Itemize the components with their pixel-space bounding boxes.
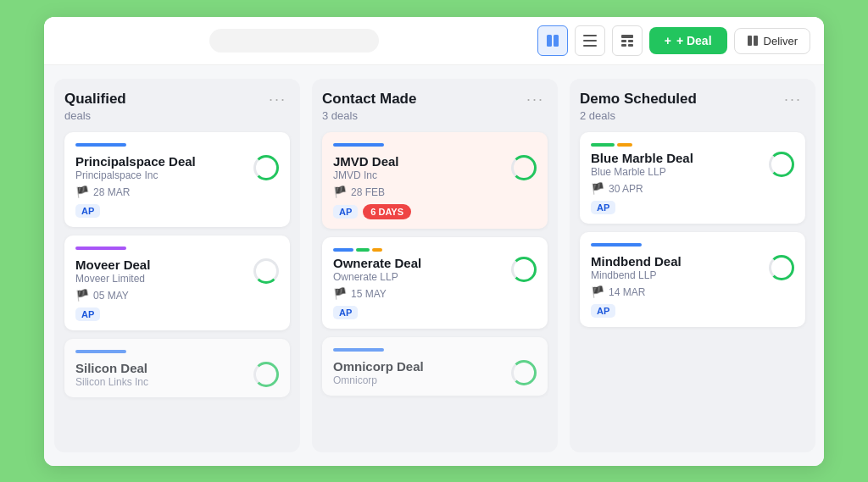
col-subtitle-contact_made: 3 deals [322,109,416,122]
tags-row-ownerate: AP [333,306,537,319]
search-bar-area [58,29,531,53]
col-title-contact_made: Contact Made [322,91,416,108]
deal-name-silicon: Silicon Deal [75,361,148,376]
company-name-moveer: Moveer Limited [75,273,150,285]
flag-icon: 🏴 [75,186,89,198]
card-main-row: Silicon Deal Silicon Links Inc [75,361,279,388]
col-header-contact_made: Contact Made 3 deals ··· [322,91,548,122]
company-name-blue_marble: Blue Marble LLP [591,166,693,178]
tags-row-mindbend: AP [591,304,794,318]
company-name-ownerate: Ownerate LLP [333,271,421,283]
kanban-board: Qualified deals ··· Principalspace Deal … [44,65,824,466]
tag-ap: AP [75,307,100,321]
company-name-silicon: Silicon Links Inc [75,376,148,388]
date-text: 15 MAY [351,288,387,300]
tag-ap: AP [75,204,100,218]
col-contact_made: Contact Made 3 deals ··· JMVD Deal JMVD … [312,79,558,452]
svg-rect-11 [754,36,758,46]
col-menu-contact_made[interactable]: ··· [523,91,548,108]
date-text: 28 FEB [351,186,385,198]
col-qualified: Qualified deals ··· Principalspace Deal … [54,79,300,452]
svg-rect-4 [583,45,597,47]
tag-alert: 6 DAYS [363,204,411,219]
toolbar: + + Deal Deliver [44,17,824,65]
progress-circle-principalspace [253,155,279,180]
tags-row-jmvd: AP6 DAYS [333,204,537,219]
col-header-demo_scheduled: Demo Scheduled 2 deals ··· [580,91,805,122]
card-moveer[interactable]: Moveer Deal Moveer Limited 🏴 05 MAY AP [64,235,290,330]
multi-bar [591,143,794,147]
col-menu-qualified[interactable]: ··· [265,91,290,108]
card-mindbend[interactable]: Mindbend Deal Mindbend LLP 🏴 14 MAR AP [580,232,805,327]
add-deal-button[interactable]: + + Deal [649,27,727,54]
bar-segment [356,248,370,252]
deliver-label: Deliver [764,35,798,47]
tag-ap: AP [591,304,615,318]
table-view-button[interactable] [612,25,643,56]
bar-segment [372,248,382,252]
bar-segment [333,248,353,252]
col-subtitle-qualified: deals [64,109,126,122]
bar-segment [617,143,632,147]
card-main-row: Mindbend Deal Mindbend LLP [591,254,794,281]
company-name-jmvd: JMVD Inc [333,169,399,181]
app-window: + + Deal Deliver Qualified deals ··· Pri… [44,17,824,466]
kanban-view-button[interactable] [537,25,568,56]
col-header-qualified: Qualified deals ··· [64,91,290,122]
tag-ap: AP [591,201,615,214]
deal-name-principalspace: Principalspace Deal [75,154,196,169]
company-name-mindbend: Mindbend LLP [591,269,682,281]
card-main-row: Omnicorp Deal Omnicorp [333,359,537,386]
col-demo_scheduled: Demo Scheduled 2 deals ··· Blue Marble D… [570,79,815,452]
blue-bar [333,348,384,352]
card-blue_marble[interactable]: Blue Marble Deal Blue Marble LLP 🏴 30 AP… [580,132,805,224]
list-view-button[interactable] [575,25,605,56]
purple-bar [75,247,126,250]
add-deal-label: + Deal [676,34,712,47]
flag-icon: 🏴 [591,182,604,195]
card-main-row: Moveer Deal Moveer Limited [75,258,279,285]
flag-icon: 🏴 [591,285,604,298]
multi-bar [333,248,537,252]
progress-circle-jmvd [511,155,537,180]
progress-circle-blue_marble [769,152,794,177]
blue-bar [333,143,384,147]
deal-name-mindbend: Mindbend Deal [591,254,682,269]
card-date-mindbend: 🏴 14 MAR [591,285,794,298]
svg-rect-6 [621,40,626,42]
card-date-ownerate: 🏴 15 MAY [333,287,537,300]
deal-name-moveer: Moveer Deal [75,258,150,273]
card-main-row: Blue Marble Deal Blue Marble LLP [591,151,794,178]
deal-name-jmvd: JMVD Deal [333,154,399,169]
card-jmvd[interactable]: JMVD Deal JMVD Inc 🏴 28 FEB AP6 DAYS [322,132,548,229]
card-main-row: Principalspace Deal Principalspace Inc [75,154,279,181]
svg-rect-5 [621,35,633,38]
svg-rect-10 [748,36,752,46]
svg-rect-9 [628,44,633,47]
col-subtitle-demo_scheduled: 2 deals [580,109,697,122]
card-main-row: Ownerate Deal Ownerate LLP [333,256,537,283]
col-title-qualified: Qualified [64,91,126,108]
progress-circle-mindbend [769,255,794,280]
blue-bar [75,350,126,353]
svg-rect-3 [583,40,597,42]
date-text: 30 APR [609,183,643,195]
deliver-button[interactable]: Deliver [734,28,810,54]
progress-circle-ownerate [511,257,537,282]
card-silicon[interactable]: Silicon Deal Silicon Links Inc [64,339,290,397]
blue-bar [75,143,126,147]
col-menu-demo_scheduled[interactable]: ··· [781,91,805,108]
card-principalspace[interactable]: Principalspace Deal Principalspace Inc 🏴… [64,132,290,227]
progress-circle-moveer [253,258,279,284]
search-input[interactable] [209,29,379,53]
svg-rect-7 [628,40,633,42]
card-omnicorp[interactable]: Omnicorp Deal Omnicorp [322,337,548,396]
svg-rect-1 [554,35,559,47]
tag-ap: AP [333,306,358,319]
card-ownerate[interactable]: Ownerate Deal Ownerate LLP 🏴 15 MAY AP [322,237,548,329]
deal-name-omnicorp: Omnicorp Deal [333,359,424,374]
card-date-jmvd: 🏴 28 FEB [333,186,537,198]
card-date-principalspace: 🏴 28 MAR [75,186,279,198]
company-name-principalspace: Principalspace Inc [75,169,196,181]
bar-segment [591,143,615,147]
